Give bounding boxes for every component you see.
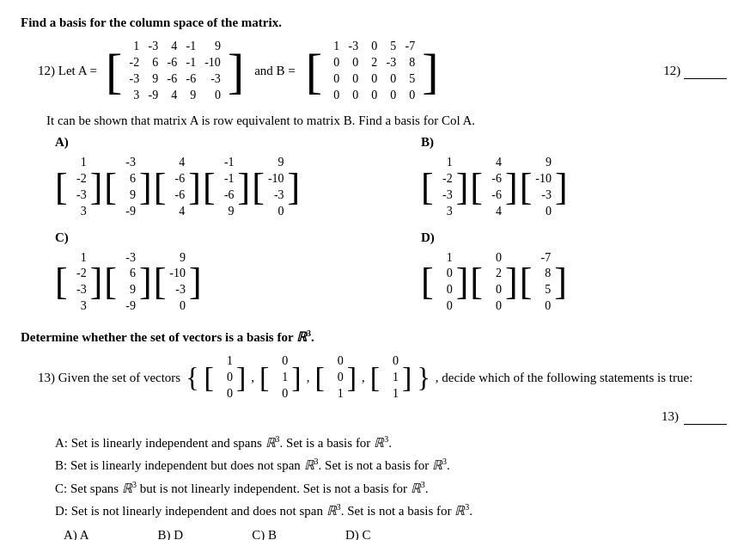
problem-13-decide: , decide which of the following statemen… — [436, 371, 693, 385]
matrix-A: [ 1 -3 4 -1 9 -2 6 -6 -1 -10 -3 9 -6 -6 … — [106, 37, 244, 105]
choiceA-vec5: [ 9 -10 -3 0 ] — [252, 153, 300, 222]
problem-12-number: 12) — [663, 64, 735, 79]
answer-line-12 — [684, 64, 727, 79]
choiceC-vec2: [ -3 6 9 -9 ] — [104, 249, 151, 317]
choice-13-D: D: Set is not linearly independent and d… — [55, 500, 735, 523]
problem-12-header: Find a basis for the column space of the… — [21, 15, 735, 30]
vec13-4: [ 0 1 1 ] — [370, 352, 412, 404]
sub-choice-D: D) C — [345, 528, 371, 540]
answer-line-13 — [684, 409, 727, 425]
choiceA-vec1: [ 1 -2 -3 3 ] — [55, 153, 102, 222]
choice-13-C: C: Set spans ℝ3 but is not linearly inde… — [55, 477, 735, 500]
close-brace: } — [417, 364, 430, 391]
vec13-3: [ 0 0 1 ] — [314, 352, 357, 404]
choice-D: D) [ 1 0 0 0 ] [ 0 2 — [421, 230, 735, 317]
problem-13-number: 13) — [662, 409, 679, 424]
vec13-2: [ 0 1 0 ] — [259, 352, 302, 404]
bracket-right-B: ] — [422, 46, 438, 96]
problem-13: Determine whether the set of vectors is … — [21, 328, 735, 540]
choice-13-A: A: Set is linearly independent and spans… — [55, 432, 735, 455]
choice-B-label: B) — [421, 135, 735, 150]
choiceB-vec3: [ 9 -10 -3 0 ] — [520, 153, 568, 222]
sub-choice-C: C) B — [252, 528, 277, 540]
choice-A: A) [ 1 -2 -3 3 ] [ -3 — [55, 135, 369, 222]
problem-13-label: 13) Given the set of vectors — [38, 371, 180, 385]
problem-13-header: Determine whether the set of vectors is … — [21, 328, 735, 345]
choiceD-vec2: [ 0 2 0 0 ] — [470, 249, 517, 317]
choice-A-label: A) — [55, 135, 369, 150]
choiceA-vec2: [ -3 6 9 -9 ] — [104, 153, 151, 222]
choiceB-vec1: [ 1 -2 -3 3 ] — [421, 153, 468, 222]
sub-choice-A: A) A — [64, 528, 89, 540]
matrix-B: [ 1 -3 0 5 -7 0 0 2 -3 8 0 0 0 0 5 0 0 0 — [306, 37, 439, 105]
choice-C: C) [ 1 -2 -3 3 ] [ -3 6 — [55, 230, 369, 317]
problem-12-description: It can be shown that matrix A is row equ… — [46, 114, 735, 128]
answer-choices-13: A: Set is linearly independent and spans… — [55, 432, 735, 523]
choiceD-vec1: [ 1 0 0 0 ] — [421, 249, 468, 317]
choice-B: B) [ 1 -2 -3 3 ] [ 4 — [421, 135, 735, 222]
and-label: and B = — [254, 64, 296, 78]
choice-13-B: B: Set is linearly independent but does … — [55, 454, 735, 477]
sub-choices-13: A) A B) D C) B D) C — [64, 528, 735, 540]
problem-12: Find a basis for the column space of the… — [21, 15, 735, 316]
choice-C-label: C) — [55, 230, 369, 245]
choiceC-vec1: [ 1 -2 -3 3 ] — [55, 249, 102, 317]
bracket-right-A: ] — [228, 46, 244, 96]
open-brace: { — [186, 364, 198, 391]
choiceD-vec3: [ -7 8 5 0 ] — [520, 249, 567, 317]
bracket-left-B: [ — [306, 46, 322, 96]
sub-choice-B: B) D — [158, 528, 184, 540]
R3-symbol: ℝ — [296, 330, 307, 344]
choiceC-vec3: [ 9 -10 -3 0 ] — [154, 249, 202, 317]
matrix-A-body: 1 -3 4 -1 9 -2 6 -6 -1 -10 -3 9 -6 -6 -3… — [122, 37, 228, 105]
matrix-B-body: 1 -3 0 5 -7 0 0 2 -3 8 0 0 0 0 5 0 0 0 0… — [322, 37, 422, 105]
choice-D-label: D) — [421, 230, 735, 245]
vec13-1: [ 1 0 0 ] — [204, 352, 247, 404]
problem-12-label: 12) Let A = — [38, 64, 97, 78]
bracket-left-A: [ — [106, 46, 122, 96]
choiceA-vec4: [ -1 -1 -6 9 ] — [203, 153, 250, 222]
choiceB-vec2: [ 4 -6 -6 4 ] — [470, 153, 517, 222]
choiceA-vec3: [ 4 -6 -6 4 ] — [154, 153, 201, 222]
